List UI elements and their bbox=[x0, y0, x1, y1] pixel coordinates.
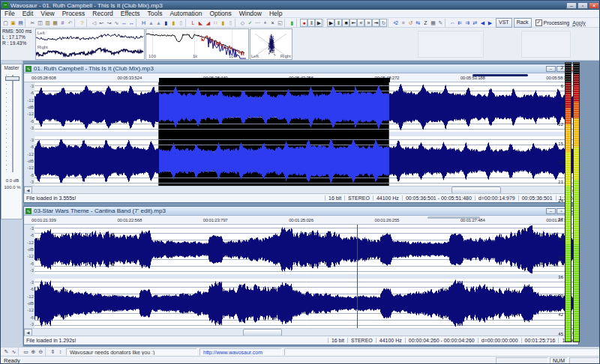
zoom-selection-button[interactable]: ▭ bbox=[22, 348, 29, 356]
pipette-button[interactable]: ✎ bbox=[436, 19, 444, 27]
goniometer-panel[interactable]: Left Right bbox=[250, 28, 292, 60]
prev-sample-button[interactable]: ◀ bbox=[478, 19, 486, 27]
menu-item-process[interactable]: Process bbox=[58, 10, 89, 17]
vst-button[interactable]: VST bbox=[496, 18, 512, 28]
validate-button[interactable]: ✓ bbox=[246, 19, 254, 27]
menu-item-automation[interactable]: Automation bbox=[166, 10, 206, 17]
menu-item-help[interactable]: Help bbox=[266, 10, 286, 17]
region-button[interactable]: ▮ bbox=[162, 19, 170, 27]
forward-button[interactable]: » bbox=[364, 19, 372, 27]
smooth-button[interactable]: ∿ bbox=[112, 19, 120, 27]
loop-button[interactable]: L bbox=[189, 19, 196, 27]
wave-window-2-titlebar[interactable]: ∿ 03-Star Wars Theme - Cantina Band (7' … bbox=[24, 207, 578, 216]
lock-markers-button[interactable]: ▮ bbox=[170, 19, 177, 27]
paste-insert-button[interactable]: ▦ bbox=[51, 19, 58, 27]
rms-history-panel[interactable]: Left Right bbox=[35, 28, 145, 60]
text-tool-button[interactable]: ≡ bbox=[399, 19, 406, 27]
batch-button[interactable]: +2 bbox=[392, 19, 399, 27]
wavosaur-link[interactable]: http://www.wavosaur.com bbox=[200, 348, 282, 356]
menu-item-view[interactable]: View bbox=[37, 10, 58, 17]
marker-next-button[interactable]: ▲ bbox=[154, 19, 162, 27]
zoom-in-button[interactable]: ⊕ bbox=[29, 348, 37, 356]
stop-button[interactable]: ■ bbox=[342, 19, 350, 27]
save-file-button[interactable]: ▤ bbox=[16, 19, 24, 27]
marker-add-button[interactable]: ▲ bbox=[147, 19, 154, 27]
help-button[interactable]: ? bbox=[78, 19, 86, 27]
menu-item-effects[interactable]: Effects bbox=[117, 10, 144, 17]
scroll-right-button[interactable]: ⇉ bbox=[464, 19, 471, 27]
grid-button[interactable]: ▦ bbox=[429, 19, 436, 27]
extend-selection-left-button[interactable]: ↔ bbox=[120, 19, 128, 27]
extend-selection-right-button[interactable]: ↔ bbox=[128, 19, 135, 27]
wave-window-2-minimize-button[interactable]: – bbox=[546, 208, 556, 214]
paste-mix-button[interactable]: # bbox=[58, 19, 66, 27]
menu-item-file[interactable]: File bbox=[1, 10, 19, 17]
new-file-button[interactable]: ▢ bbox=[2, 19, 9, 27]
loop-start-button[interactable]: ◣ bbox=[196, 19, 204, 27]
go-end-button[interactable]: ⇥ bbox=[372, 19, 380, 27]
resample-button[interactable]: ↺ bbox=[406, 19, 414, 27]
vertical-zoom-out-button[interactable]: ↕ bbox=[56, 348, 64, 356]
paste-button[interactable]: ▥ bbox=[44, 19, 51, 27]
pause-button[interactable]: ‖ bbox=[334, 19, 342, 27]
pen-tool-button[interactable]: ✎ bbox=[2, 348, 10, 356]
undo-button[interactable]: ↶ bbox=[66, 19, 74, 27]
swap-channels-button[interactable]: ⇆ bbox=[414, 19, 422, 27]
add-button[interactable]: + bbox=[261, 19, 268, 27]
delete-button[interactable]: × bbox=[268, 19, 276, 27]
monitor-button[interactable]: ▮ bbox=[288, 19, 296, 27]
menu-item-window[interactable]: Window bbox=[236, 10, 266, 17]
wave-window-1-titlebar[interactable]: ∿ 01. Ruth Campbell - This Is It (Club M… bbox=[24, 64, 578, 73]
erase-markers-button[interactable]: ▯ bbox=[177, 19, 184, 27]
rack-button[interactable]: Rack bbox=[514, 18, 532, 28]
marker-h-button[interactable]: H bbox=[140, 19, 147, 27]
swap-view-button[interactable]: ⇄ bbox=[471, 19, 478, 27]
spectrum-analyzer-panel[interactable]: 100 1k 10k bbox=[146, 28, 249, 60]
loop-markers-button[interactable]: ∷ bbox=[212, 19, 219, 27]
erase-loop-button[interactable]: ▯ bbox=[226, 19, 234, 27]
menu-item-tools[interactable]: Tools bbox=[144, 10, 166, 17]
scroll-left-button[interactable]: ⇇ bbox=[456, 19, 464, 27]
waveform-display-1[interactable] bbox=[34, 82, 578, 186]
processing-checkbox[interactable]: ✓ bbox=[536, 19, 542, 26]
menu-item-record[interactable]: Record bbox=[88, 10, 116, 17]
close-button[interactable]: × bbox=[589, 2, 599, 9]
record-pause-button[interactable]: ‖ bbox=[308, 19, 315, 27]
next-sample-button[interactable]: ▶ bbox=[486, 19, 494, 27]
play-button[interactable]: ▶ bbox=[327, 19, 334, 27]
more-options-button[interactable]: ⋯ bbox=[254, 19, 261, 27]
copy-button[interactable]: ◫ bbox=[36, 19, 44, 27]
select-tool-button[interactable]: ◇ bbox=[238, 19, 246, 27]
waveform-display-2[interactable] bbox=[34, 225, 578, 328]
minimize-button[interactable]: – bbox=[566, 2, 577, 9]
wavosaur-link-text[interactable]: http://www.wavosaur.com bbox=[203, 350, 262, 355]
cut-button[interactable]: ✂ bbox=[28, 19, 36, 27]
loop-playback-button[interactable]: ↻ bbox=[380, 19, 387, 27]
seek-forward-button[interactable]: ↝ bbox=[105, 19, 112, 27]
speaker-button[interactable]: ◁ bbox=[90, 19, 98, 27]
menu-item-options[interactable]: Options bbox=[206, 10, 235, 17]
apply-button[interactable]: Apply bbox=[572, 20, 586, 25]
master-slider-thumb[interactable] bbox=[5, 76, 20, 81]
lock-loop-button[interactable]: ▮ bbox=[219, 19, 226, 27]
wave-window-1-minimize-button[interactable]: – bbox=[546, 66, 556, 72]
loop-end-button[interactable]: ◢ bbox=[204, 19, 212, 27]
record-button[interactable]: ● bbox=[300, 19, 308, 27]
seek-back-button[interactable]: ↜ bbox=[98, 19, 105, 27]
wave-window-2-ruler[interactable]: 00:01:21:33900:01:22:56800:01:23:79700:0… bbox=[24, 216, 578, 225]
record-play-button[interactable]: ▶ bbox=[315, 19, 322, 27]
status-cell-d-00-00-00-000: d=00:00:00:000 bbox=[478, 338, 521, 343]
zero-crossing-button[interactable]: Z bbox=[422, 19, 429, 27]
rewind-button[interactable]: « bbox=[357, 19, 364, 27]
master-slider-track[interactable] bbox=[12, 75, 14, 172]
maximize-button[interactable]: ▫ bbox=[578, 2, 588, 9]
go-start-button[interactable]: ⇤ bbox=[350, 19, 357, 27]
open-file-button[interactable]: ▣ bbox=[9, 19, 16, 27]
draw-wave-button[interactable]: ∿ bbox=[10, 348, 17, 356]
menu-item-edit[interactable]: Edit bbox=[19, 10, 38, 17]
fit-horizontal-button[interactable]: ⇔ bbox=[448, 19, 456, 27]
new-window-button[interactable]: ◱ bbox=[276, 19, 284, 27]
app-titlebar[interactable]: ~ Wavosaur - 01. Ruth Campbell - This Is… bbox=[1, 1, 600, 10]
zoom-out-button[interactable]: ⊖ bbox=[37, 348, 44, 356]
vertical-zoom-in-button[interactable]: ⇕ bbox=[49, 348, 56, 356]
